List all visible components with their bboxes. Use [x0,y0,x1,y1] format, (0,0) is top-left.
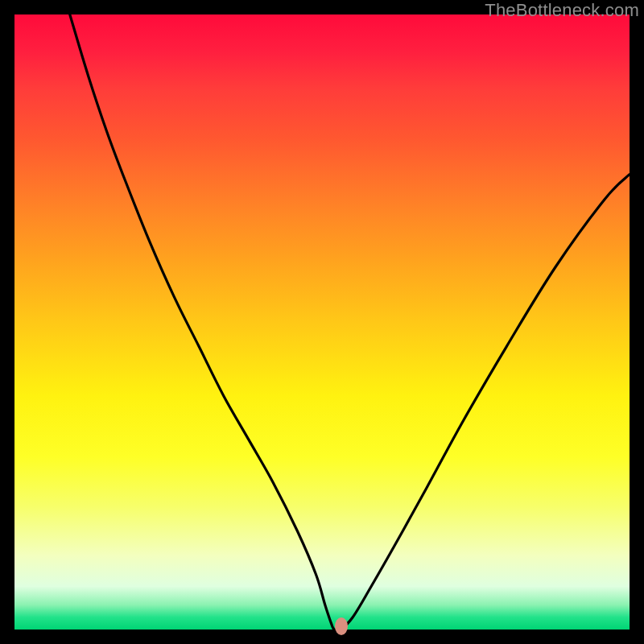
bottleneck-curve [14,14,630,630]
attribution-text: TheBottleneck.com [485,0,639,21]
chart-frame: TheBottleneck.com [0,0,644,644]
plot-area [14,14,630,630]
optimum-marker [335,617,348,635]
